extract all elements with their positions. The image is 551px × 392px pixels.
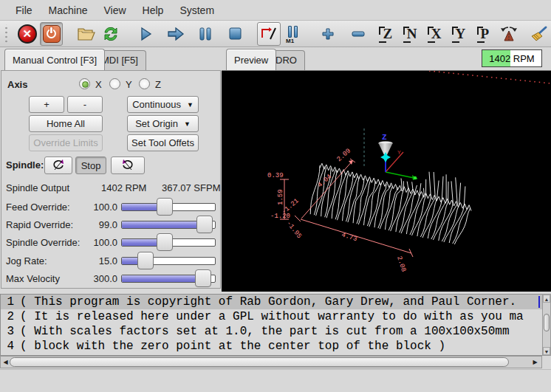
override-limits-button[interactable]: Override Limits xyxy=(29,134,103,151)
pause-button[interactable] xyxy=(194,22,217,46)
home-all-button[interactable]: Home All xyxy=(29,115,103,132)
vscroll-thumb[interactable] xyxy=(544,314,550,331)
menu-view[interactable]: View xyxy=(95,1,134,19)
set-origin-dropdown[interactable]: Set Origin▼ xyxy=(127,115,199,132)
clear-plot-button[interactable] xyxy=(527,22,550,46)
tab-manual-control[interactable]: Manual Control [F3] xyxy=(4,49,105,70)
feed-override-label: Feed Override: xyxy=(6,202,70,213)
stop-button[interactable] xyxy=(224,22,247,46)
line-number: 4 xyxy=(1,339,14,354)
slider-handle[interactable] xyxy=(195,269,211,287)
tab-preview[interactable]: Preview xyxy=(226,49,276,70)
scroll-down-arrow-icon[interactable]: ▼ xyxy=(543,347,550,355)
view-front-button[interactable]: Y xyxy=(449,22,472,46)
chevron-down-icon: ▼ xyxy=(187,101,194,109)
spindle-override-slider[interactable] xyxy=(121,233,216,251)
slider-handle[interactable] xyxy=(196,216,213,233)
dimension-label: 0.39 xyxy=(267,172,284,179)
menu-help[interactable]: Help xyxy=(134,1,172,19)
scroll-right-arrow-icon[interactable]: ▶ xyxy=(530,357,540,367)
jog-rate-slider[interactable] xyxy=(121,252,216,269)
slider-handle[interactable] xyxy=(157,198,173,216)
gcode-line[interactable]: 2( It is released here under a GPL witho… xyxy=(1,309,542,324)
axis-x-radio[interactable] xyxy=(79,78,90,89)
jog-rate-value: 15.0 xyxy=(86,255,117,267)
toolpath-pass xyxy=(338,173,349,220)
dimension-label: -1.95 xyxy=(285,220,304,240)
gcode-line[interactable]: 3( With scales factors set at 1.0, the p… xyxy=(1,324,542,339)
jog-plus-button[interactable]: + xyxy=(29,96,64,113)
spindle-override-label: Spindle Override: xyxy=(6,237,80,248)
toolbar-gripper[interactable] xyxy=(3,24,10,44)
step-button[interactable] xyxy=(164,22,187,46)
scroll-up-arrow-icon[interactable]: ▲ xyxy=(543,295,550,303)
chevron-down-icon: ▼ xyxy=(184,120,191,128)
axis-x-label: X xyxy=(95,79,102,90)
menu-system[interactable]: System xyxy=(171,1,222,19)
zoom-in-button[interactable] xyxy=(317,22,340,46)
rotate-view-button[interactable] xyxy=(498,22,521,46)
power-icon xyxy=(43,25,61,43)
view-rotated-top-icon: N xyxy=(405,26,420,42)
estop-icon: ✕ xyxy=(18,24,37,44)
feed-override-value: 100.0 xyxy=(86,202,117,213)
toolpath-pass xyxy=(454,208,470,244)
view-perspective-button[interactable]: P xyxy=(473,22,496,46)
gcode-listing[interactable]: 1( This program is copyright of Rab Gord… xyxy=(0,294,542,356)
slider-handle[interactable] xyxy=(157,233,173,251)
gcode-line[interactable]: 4( block with the zero point at the cent… xyxy=(1,339,542,354)
set-origin-value: Set Origin xyxy=(135,118,178,129)
menu-file[interactable]: File xyxy=(7,1,41,19)
optional-stop-m1-button[interactable]: M1 xyxy=(282,22,305,46)
view-side-icon: X xyxy=(429,26,444,42)
run-button[interactable] xyxy=(134,22,157,46)
line-number: 1 xyxy=(1,295,14,309)
menu-machine[interactable]: Machine xyxy=(41,1,96,19)
open-file-button[interactable] xyxy=(75,22,98,46)
rapid-override-label: Rapid Override: xyxy=(6,219,73,230)
spindle-ccw-button[interactable] xyxy=(44,157,72,174)
spindle-rpm-meter: 1402 RPM xyxy=(482,49,542,67)
jog-mode-dropdown[interactable]: Continuous▼ xyxy=(127,96,199,113)
axis-z-radio[interactable] xyxy=(139,78,150,89)
rapid-override-value: 99.0 xyxy=(86,219,117,230)
max-velocity-label: Max Velocity xyxy=(6,273,60,284)
rapid-override-slider[interactable] xyxy=(121,216,216,233)
gcode-vertical-scrollbar[interactable]: ▲ ▼ xyxy=(542,294,551,356)
view-perspective-icon: P xyxy=(479,26,492,42)
jog-minus-button[interactable]: - xyxy=(67,96,103,113)
toolpath-pass xyxy=(343,175,354,221)
view-side-button[interactable]: X xyxy=(425,22,448,46)
feed-override-slider[interactable] xyxy=(121,198,216,216)
reload-button[interactable] xyxy=(100,22,123,46)
toolpath-pass xyxy=(422,181,439,238)
toolpath-plot: 0.391.59-1.20-1.21-1.954.042.094.732.08 … xyxy=(222,71,551,292)
axis-y-radio[interactable] xyxy=(109,78,120,89)
spindle-output-label: Spindle Output xyxy=(6,182,69,193)
gcode-line[interactable]: 1( This program is copyright of Rab Gord… xyxy=(1,295,542,309)
toolpath-raster xyxy=(310,163,471,244)
zoom-out-button[interactable] xyxy=(346,22,369,46)
zoom-in-icon xyxy=(321,27,335,41)
slider-handle[interactable] xyxy=(137,252,154,269)
estop-button[interactable]: ✕ xyxy=(16,22,38,46)
view-rotated-top-button[interactable]: N xyxy=(400,22,423,46)
view-top-button[interactable]: Z xyxy=(376,22,399,46)
max-velocity-slider[interactable] xyxy=(121,269,216,287)
gcode-horizontal-scrollbar[interactable]: ◀ ▶ xyxy=(0,356,542,368)
spindle-stop-button[interactable]: Stop xyxy=(75,157,106,174)
stop-icon xyxy=(229,27,242,40)
pause-icon xyxy=(199,27,211,41)
preview-3d-canvas[interactable]: 0.391.59-1.20-1.21-1.954.042.094.732.08 … xyxy=(222,70,551,292)
view-top-icon: Z xyxy=(380,26,394,42)
skip-lines-toggle-button[interactable] xyxy=(257,22,280,46)
step-icon xyxy=(167,27,185,41)
toolpath-pass xyxy=(367,182,380,227)
toolpath-pass xyxy=(353,178,364,223)
machine-power-button[interactable] xyxy=(40,22,63,46)
hscroll-thumb[interactable] xyxy=(10,357,509,367)
left-tabstrip: Manual Control [F3] MDI [F5] xyxy=(0,47,222,70)
set-tool-offsets-button[interactable]: Set Tool Offets xyxy=(127,134,199,151)
spindle-cw-button[interactable] xyxy=(111,157,145,174)
jog-mode-value: Continuous xyxy=(132,99,181,110)
